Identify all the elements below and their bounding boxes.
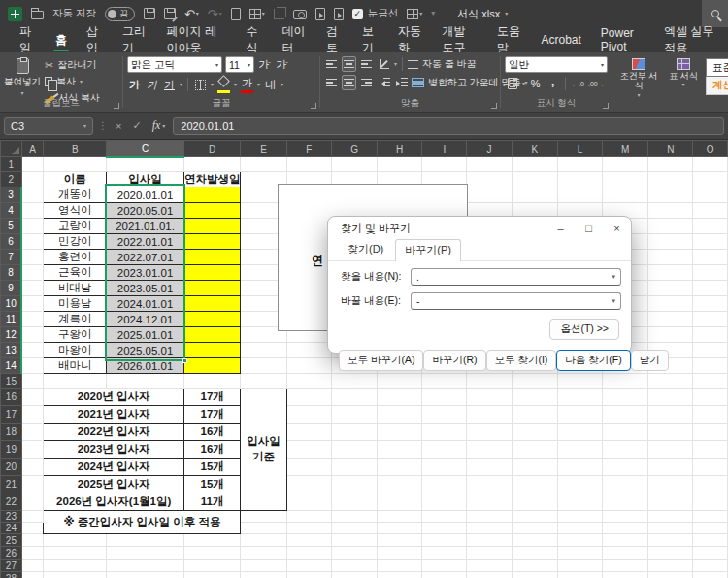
cell-O24[interactable] (693, 523, 728, 534)
cell-O6[interactable] (693, 234, 728, 250)
cell-H23[interactable] (378, 511, 422, 523)
column-header-O[interactable]: O (693, 141, 728, 157)
cell-A2[interactable] (21, 172, 44, 187)
align-center-button[interactable] (342, 75, 356, 90)
cell-F18[interactable] (286, 424, 331, 441)
italic-button[interactable]: 가 (145, 77, 159, 92)
alignment-dialog-launcher[interactable] (491, 103, 497, 109)
close-button[interactable]: × (603, 217, 631, 240)
column-header-F[interactable]: F (286, 141, 331, 157)
cell-C1[interactable] (107, 157, 184, 172)
dialog-button-3[interactable]: 모두 찾기(I) (486, 350, 557, 371)
cell-J1[interactable] (467, 157, 512, 172)
cell-style-1[interactable]: 표준 (706, 58, 728, 77)
cell-J24[interactable] (467, 523, 512, 534)
open-folder-icon[interactable] (31, 11, 44, 19)
cell-G1[interactable] (331, 157, 377, 172)
percent-style-button[interactable]: % (528, 76, 543, 91)
cell-M21[interactable] (603, 476, 648, 493)
cell-G23[interactable] (331, 511, 377, 523)
decrease-decimal-button[interactable]: .00→ (588, 76, 605, 91)
column-header-C[interactable]: C (107, 141, 184, 157)
cell-L2[interactable] (557, 172, 602, 187)
cell-D2[interactable]: 연차발생일 (183, 172, 241, 187)
cell-M28[interactable] (603, 572, 648, 578)
cell-B5[interactable]: 고랑이 (44, 219, 107, 234)
cell-H16[interactable] (378, 389, 422, 406)
cell-O25[interactable] (693, 534, 728, 547)
cell-G19[interactable] (331, 441, 377, 459)
qat-customize-chevron[interactable]: ▾ (431, 10, 435, 17)
cell-A21[interactable] (21, 476, 44, 493)
cell-D26[interactable] (183, 547, 241, 560)
row-header-6[interactable]: 6 (1, 234, 22, 250)
cell-C11[interactable]: 2024.12.01 (107, 312, 184, 327)
cell-O16[interactable] (693, 389, 728, 406)
row-header-3[interactable]: 3 (1, 187, 22, 203)
cell-C13[interactable]: 2025.05.01 (107, 343, 184, 358)
cell-C7[interactable]: 2022.07.01 (107, 250, 184, 265)
column-header-J[interactable]: J (467, 141, 512, 157)
cell-K26[interactable] (512, 547, 557, 560)
cell-B28[interactable] (44, 572, 107, 578)
cell-G16[interactable] (331, 389, 377, 406)
row-header-16[interactable]: 16 (1, 389, 22, 406)
column-header-G[interactable]: G (331, 141, 377, 157)
cell-C10[interactable]: 2024.01.01 (107, 296, 184, 312)
dialog-button-5[interactable]: 닫기 (631, 350, 669, 371)
cell-D10[interactable] (183, 296, 241, 312)
wrap-text-button[interactable]: 자동 줄 바꿈 (408, 57, 477, 71)
minimize-button[interactable]: – (546, 217, 575, 240)
cell-E28[interactable] (241, 572, 286, 578)
align-bottom-button[interactable] (359, 56, 374, 72)
cell-L23[interactable] (557, 511, 602, 523)
font-name-select[interactable]: 맑은 고딕▾ (127, 56, 222, 73)
comma-style-button[interactable]: , (546, 76, 560, 91)
cell-M22[interactable] (603, 493, 648, 511)
cell-C6[interactable]: 2022.01.01 (107, 234, 184, 250)
cell-D18[interactable]: 16개 (183, 424, 241, 441)
cell-F27[interactable] (286, 560, 331, 572)
ribbon-tab-6[interactable]: 수식 (236, 27, 272, 52)
conditional-formatting-button[interactable]: 조건부 서식▾ (616, 56, 661, 98)
cell-A12[interactable] (21, 327, 44, 343)
copy-button[interactable]: 복사▾ (45, 75, 100, 88)
cell-F26[interactable] (286, 547, 331, 560)
cell-B2[interactable]: 이름 (44, 172, 107, 187)
cell-I18[interactable] (422, 424, 467, 441)
cell-D16[interactable]: 17개 (183, 389, 241, 406)
font-color-button[interactable]: 가 (240, 76, 254, 93)
cell-E15[interactable] (241, 374, 286, 389)
cell-J18[interactable] (467, 424, 512, 441)
cell-B11[interactable]: 계륵이 (44, 312, 107, 327)
cell-C25[interactable] (107, 534, 184, 547)
gridline-toggle[interactable]: ✓눈금선 (352, 7, 399, 20)
cell-G22[interactable] (331, 493, 377, 511)
row-header-10[interactable]: 10 (1, 296, 22, 312)
cell-N19[interactable] (648, 441, 693, 459)
name-box[interactable]: C3▾ (4, 117, 93, 135)
cell-F20[interactable] (286, 459, 331, 476)
cell-I27[interactable] (422, 560, 467, 572)
cell-J15[interactable] (467, 374, 512, 389)
column-header-L[interactable]: L (557, 141, 602, 157)
row-header-25[interactable]: 25 (1, 534, 22, 547)
row-header-7[interactable]: 7 (1, 250, 22, 265)
cell-A22[interactable] (21, 493, 44, 511)
cell-A9[interactable] (21, 281, 44, 296)
cell-C14[interactable]: 2026.01.01 (107, 358, 184, 374)
cell-I1[interactable] (422, 157, 467, 172)
dialog-button-2[interactable]: 바꾸기(R) (423, 350, 485, 371)
cell-N10[interactable] (648, 296, 693, 312)
cell-A20[interactable] (21, 459, 44, 476)
cell-L18[interactable] (557, 424, 602, 441)
cell-G18[interactable] (331, 424, 377, 441)
font-dialog-launcher[interactable] (311, 103, 316, 109)
cell-D4[interactable] (183, 203, 241, 219)
cell-M1[interactable] (603, 157, 648, 172)
cell-F21[interactable] (286, 476, 331, 493)
combo-chevron-icon[interactable]: ▾ (612, 297, 615, 305)
cell-A14[interactable] (21, 358, 44, 374)
cell-A19[interactable] (21, 441, 44, 459)
cell-F17[interactable] (286, 406, 331, 424)
